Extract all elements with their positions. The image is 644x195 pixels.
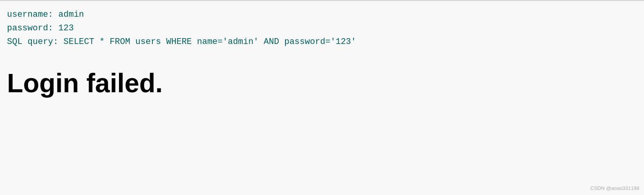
password-label: password: bbox=[7, 23, 58, 33]
watermark: CSDN @aoao331198 bbox=[590, 185, 639, 191]
login-failed-message: Login failed. bbox=[7, 68, 637, 98]
username-value: admin bbox=[58, 10, 84, 19]
sql-line: SQL query: SELECT * FROM users WHERE nam… bbox=[7, 35, 637, 49]
username-label: username: bbox=[7, 10, 58, 19]
username-line: username: admin bbox=[7, 8, 637, 21]
content-area: username: admin password: 123 SQL query:… bbox=[0, 1, 644, 98]
password-value: 123 bbox=[58, 23, 74, 33]
sql-label: SQL query: bbox=[7, 37, 63, 47]
password-line: password: 123 bbox=[7, 21, 637, 35]
sql-value: SELECT * FROM users WHERE name='admin' A… bbox=[63, 37, 356, 47]
